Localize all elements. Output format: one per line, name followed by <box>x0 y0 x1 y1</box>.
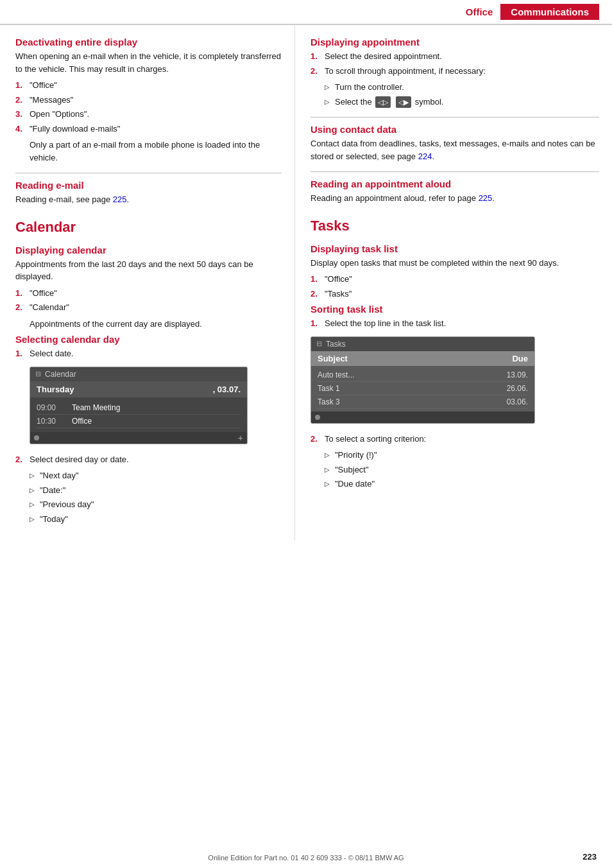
tasks-dot-icon <box>315 415 320 420</box>
select-step-2-list: 2. Select desired day or date. <box>15 453 282 466</box>
deactivating-steps-list: 1. "Office" 2. "Messages" 3. Open "Optio… <box>15 79 282 135</box>
deactivating-title: Deactivating entire display <box>15 37 282 48</box>
task-row-3: Task 3 03.06. <box>318 395 528 409</box>
appt-step-2: 2. To scroll through appointment, if nec… <box>310 65 599 78</box>
step-2: 2. "Messages" <box>15 94 282 107</box>
cal-row-1: 09:00 Team Meeting <box>37 401 241 415</box>
option-today: ▷ "Today" <box>30 513 282 526</box>
step-num: 2. <box>15 94 30 107</box>
tri-icon: ▷ <box>30 471 40 480</box>
reading-email-section: Reading e-mail Reading e-mail, see page … <box>15 180 282 206</box>
using-contact-body: Contact data from deadlines, tasks, text… <box>310 137 599 162</box>
left-column: Deactivating entire display When opening… <box>0 25 295 541</box>
task-row-2: Task 1 26.06. <box>318 382 528 395</box>
tri-icon: ▷ <box>30 514 40 524</box>
page-footer: Online Edition for Part no. 01 40 2 609 … <box>0 854 612 862</box>
deactivating-note: Only a part of an e-mail from a mobile p… <box>30 139 282 164</box>
option-date: ▷ "Date:" <box>30 484 282 497</box>
tasks-screenshot: ⊟ Tasks Subject Due Auto test... 13.09. … <box>310 336 535 424</box>
tasks-col-subject: Subject <box>318 354 483 363</box>
cal-footer: + <box>30 432 247 444</box>
sort-step-1: 1. Select the top line in the task list. <box>310 317 599 330</box>
deactivating-body: When opening an e-mail when in the vehic… <box>15 50 282 75</box>
sort-option-due-date: ▷ "Due date" <box>325 478 599 490</box>
deactivating-section: Deactivating entire display When opening… <box>15 37 282 164</box>
sorting-options-list: ▷ "Priority (!)" ▷ "Subject" ▷ "Due date… <box>325 449 599 490</box>
selecting-calendar-day-title: Selecting calendar day <box>15 334 282 345</box>
scroll-options: ▷ Turn the controller. ▷ Select the ◁▷ ◁… <box>325 81 599 108</box>
footer-text: Online Edition for Part no. 01 40 2 609 … <box>208 854 404 862</box>
tasks-icon: ⊟ <box>316 340 322 348</box>
header-office-label: Office <box>458 4 501 20</box>
step-4: 4. "Fully download e-mails" <box>15 123 282 135</box>
symbol-left: ◁▷ <box>375 96 391 108</box>
sort-step-2-list: 2. To select a sorting criterion: <box>310 433 599 446</box>
cal-day: Thursday <box>37 385 74 394</box>
header-communications-label: Communications <box>500 4 599 20</box>
sorting-task-list-section: Sorting task list 1. Select the top line… <box>310 304 599 490</box>
symbol-right: ◁▶ <box>396 96 411 108</box>
step-1: 1. "Office" <box>15 79 282 92</box>
step-content: Open "Options". <box>30 108 282 121</box>
tasks-col-due: Due <box>483 354 528 363</box>
page-number: 223 <box>582 852 597 862</box>
task-step-2: 2. "Tasks" <box>310 288 599 300</box>
displaying-calendar-body: Appointments from the last 20 days and t… <box>15 258 282 283</box>
tasks-footer <box>311 412 534 423</box>
cal-step-1: 1. "Office" <box>15 287 282 300</box>
reading-appointment-body: Reading an appointment aloud, refer to p… <box>310 192 599 205</box>
divider-1 <box>15 173 282 173</box>
appt-step-1: 1. Select the desired appointment. <box>310 50 599 63</box>
reading-appointment-section: Reading an appointment aloud Reading an … <box>310 178 599 205</box>
scroll-option-1: ▷ Turn the controller. <box>325 81 599 94</box>
displaying-calendar-title: Displaying calendar <box>15 245 282 256</box>
cal-date: , 03.07. <box>213 385 241 394</box>
step-num: 4. <box>15 123 30 135</box>
cal-row-2: 10:30 Office <box>37 415 241 428</box>
task-row-1: Auto test... 13.09. <box>318 369 528 382</box>
cal-dot-icon <box>34 435 39 440</box>
displaying-task-body: Display open tasks that must be complete… <box>310 257 599 270</box>
sorting-task-list-title: Sorting task list <box>310 304 599 315</box>
calendar-screenshot: ⊟ Calendar Thursday , 03.07. 09:00 Team … <box>30 367 248 444</box>
displaying-task-steps: 1. "Office" 2. "Tasks" <box>310 273 599 300</box>
tasks-body: Auto test... 13.09. Task 1 26.06. Task 3… <box>311 366 534 412</box>
option-previous-day: ▷ "Previous day" <box>30 498 282 511</box>
divider-3 <box>310 171 599 172</box>
tasks-chapter-title: Tasks <box>310 218 599 234</box>
displaying-task-list-title: Displaying task list <box>310 243 599 254</box>
step-content: "Messages" <box>30 94 282 107</box>
step-3: 3. Open "Options". <box>15 108 282 121</box>
displaying-calendar-note: Appointments of the current day are disp… <box>30 318 282 331</box>
reading-email-title: Reading e-mail <box>15 180 282 191</box>
using-contact-section: Using contact data Contact data from dea… <box>310 124 599 162</box>
tasks-titlebar-label: Tasks <box>326 340 346 349</box>
tri-icon: ▷ <box>325 450 335 460</box>
displaying-task-list-section: Displaying task list Display open tasks … <box>310 243 599 300</box>
sort-option-subject: ▷ "Subject" <box>325 464 599 476</box>
cal-step-2: 2. "Calendar" <box>15 301 282 314</box>
tri-icon: ▷ <box>30 499 40 509</box>
displaying-appointment-steps: 1. Select the desired appointment. 2. To… <box>310 50 599 77</box>
tri-icon: ▷ <box>325 465 335 474</box>
tri-icon: ▷ <box>325 97 335 107</box>
reading-appointment-title: Reading an appointment aloud <box>310 178 599 189</box>
selecting-calendar-day-section: Selecting calendar day 1. Select date. ⊟… <box>15 334 282 525</box>
select-step-1: 1. Select date. <box>15 347 282 360</box>
main-content: Deactivating entire display When opening… <box>0 25 612 541</box>
calendar-icon: ⊟ <box>35 370 41 378</box>
step-num: 3. <box>15 108 30 121</box>
page-header: Office Communications <box>0 0 612 25</box>
tri-icon: ▷ <box>30 485 40 495</box>
displaying-calendar-steps: 1. "Office" 2. "Calendar" <box>15 287 282 314</box>
sort-step-2: 2. To select a sorting criterion: <box>310 433 599 446</box>
cal-header-row: Thursday , 03.07. <box>30 381 247 397</box>
displaying-appointment-title: Displaying appointment <box>310 37 599 48</box>
tri-icon: ▷ <box>325 479 335 489</box>
using-contact-title: Using contact data <box>310 124 599 135</box>
selecting-steps: 1. Select date. <box>15 347 282 360</box>
option-next-day: ▷ "Next day" <box>30 469 282 482</box>
right-column: Displaying appointment 1. Select the des… <box>295 25 612 541</box>
task-step-1: 1. "Office" <box>310 273 599 286</box>
divider-2 <box>310 117 599 117</box>
